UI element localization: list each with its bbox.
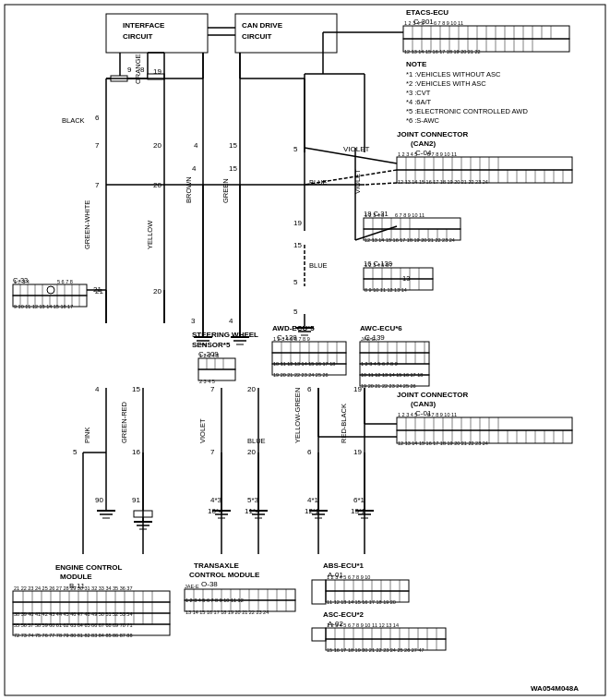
svg-text:16: 16 [132,448,140,456]
svg-text:1 2 3 4 5: 1 2 3 4 5 [404,20,424,26]
svg-text:O-38: O-38 [201,580,218,588]
svg-text:15: 15 [229,141,237,150]
svg-text:5 6 7 8: 5 6 7 8 [57,279,73,284]
svg-text:20: 20 [247,385,256,393]
svg-text:5*3: 5*3 [247,496,259,504]
svg-text:7: 7 [95,141,100,150]
svg-text:*4 :6A/T: *4 :6A/T [406,98,432,106]
svg-text:2 3 4 5: 2 3 4 5 [199,379,215,384]
svg-text:BLUE: BLUE [247,437,266,445]
svg-text:6 7 8 9 10 11: 6 7 8 9 10 11 [427,412,457,417]
svg-text:PINK: PINK [83,427,91,443]
svg-text:7: 7 [95,181,100,189]
svg-text:19 20 21 22 23 24 25 26: 19 20 21 22 23 24 25 26 [361,383,416,389]
svg-text:19: 19 [353,448,362,456]
svg-text:4: 4 [192,164,197,173]
svg-text:7: 7 [210,448,215,456]
svg-text:15: 15 [293,241,302,249]
svg-text:19: 19 [153,67,161,76]
svg-text:15 16 17 18 19 20 21 22 23 24 : 15 16 17 18 19 20 21 22 23 24 25 26 27 4… [327,647,425,653]
svg-text:90: 90 [95,496,103,504]
svg-text:CIRCUIT: CIRCUIT [123,32,153,41]
svg-text:6 7 8 9 10 11: 6 7 8 9 10 11 [395,212,425,218]
svg-text:1 2 3 4 5 6 7 8 9 10 11 12 13 : 1 2 3 4 5 6 7 8 9 10 11 12 13 14 [327,622,399,628]
svg-text:4*1: 4*1 [307,496,319,504]
svg-text:ETACS-ECU: ETACS-ECU [406,8,449,17]
svg-text:ENGINE CONTROL: ENGINE CONTROL [55,563,123,572]
svg-text:*5 :ELECTRONIC CONTROLLED AWD: *5 :ELECTRONIC CONTROLLED AWD [406,107,528,115]
svg-text:5: 5 [293,308,298,316]
svg-text:55 56 57 58 59 60 61 62 63 64 : 55 56 57 58 59 60 61 62 63 64 65 66 67 6… [14,622,132,628]
svg-text:1 2 3 4 5: 1 2 3 4 5 [398,412,417,417]
svg-text:JAE-E: JAE-E [185,584,199,589]
svg-text:15: 15 [229,164,237,173]
svg-text:(CAN2): (CAN2) [411,139,436,148]
svg-text:BLACK: BLACK [62,116,85,125]
svg-text:JOINT CONNECTOR: JOINT CONNECTOR [397,130,468,139]
svg-text:JAE-E...: JAE-E... [361,336,380,342]
svg-text:ORANGE: ORANGE [134,54,142,84]
svg-text:6 7 8 9 10 11: 6 7 8 9 10 11 [427,151,457,157]
svg-text:20: 20 [153,141,161,150]
svg-text:*6 :S-AWC: *6 :S-AWC [406,116,440,125]
svg-text:YELLOW-GREEN: YELLOW-GREEN [293,388,302,443]
svg-text:4*3: 4*3 [210,496,222,504]
svg-text:1 2 3 4 5 6 7 8 9 10: 1 2 3 4 5 6 7 8 9 10 [327,574,370,580]
svg-text:12 13 14 15 16 17 18 19 20 21 : 12 13 14 15 16 17 18 19 20 21 22 23 24 [398,179,488,185]
svg-text:1 7 3 4: 1 7 3 4 [14,279,30,284]
svg-text:9 10 11 12 13 14 15 16 17: 9 10 11 12 13 14 15 16 17 [14,304,73,309]
svg-text:6: 6 [95,114,100,122]
svg-text:13: 13 [402,274,410,283]
svg-text:20: 20 [153,287,161,296]
svg-text:21 22 23 24 25 26 27 28 29 30 : 21 22 23 24 25 26 27 28 29 30 31 32 33 3… [14,585,132,591]
svg-text:4: 4 [95,385,100,393]
svg-text:AWC-ECU*6: AWC-ECU*6 [360,324,402,332]
svg-text:12 13 14 15 16 17 18 19 20 21 : 12 13 14 15 16 17 18 19 20 21 22 23 24 [365,237,455,243]
svg-text:VIOLET: VIOLET [198,418,207,443]
svg-text:MODULE: MODULE [60,573,92,581]
svg-text:11 12 13 14 15 16 17 18 19 20: 11 12 13 14 15 16 17 18 19 20 [327,599,396,605]
svg-text:13 14 15 16 17 18 19 20 21 22 : 13 14 15 16 17 18 19 20 21 22 23 24 [185,609,269,615]
svg-text:12 13 14 15 16 17 18 19 20 21 : 12 13 14 15 16 17 18 19 20 21 22 23 24 [398,441,488,446]
svg-text:38 39 40 41 42 43 44 45 46 47 : 38 39 40 41 42 43 44 45 46 47 48 49 50 5… [14,611,132,617]
svg-text:ASC-ECU*2: ASC-ECU*2 [323,610,365,619]
svg-text:*2 :VEHICLES WITH ASC: *2 :VEHICLES WITH ASC [406,79,486,88]
svg-text:9: 9 [127,66,132,74]
svg-text:12 13 14 15 16 17 18 19 20 21 : 12 13 14 15 16 17 18 19 20 21 22 [404,49,481,54]
svg-text:GREEN-RED: GREEN-RED [120,401,128,443]
svg-text:21: 21 [95,287,103,296]
svg-text:1 2 3 4 5: 1 2 3 4 5 [365,212,384,218]
svg-text:1 2 3 4 5 6 7 8 9: 1 2 3 4 5 6 7 8 9 [273,336,310,342]
svg-text:BROWN: BROWN [185,176,193,203]
svg-text:19 20 21 22 23 24 25 26: 19 20 21 22 23 24 25 26 [273,372,329,378]
svg-text:20: 20 [247,448,256,456]
svg-text:SENSOR*5: SENSOR*5 [192,341,231,349]
svg-text:6: 6 [307,448,312,456]
svg-text:7: 7 [210,385,215,393]
svg-text:GREEN: GREEN [221,178,230,203]
svg-text:BLUE: BLUE [309,261,328,270]
svg-text:CIRCUIT: CIRCUIT [242,32,272,41]
svg-text:1 2 3 4 5: 1 2 3 4 5 [398,151,417,157]
svg-text:72 73 74 75 76 77 78 79 80 81 : 72 73 74 75 76 77 78 79 80 81 82 83 84 8… [14,633,132,638]
svg-text:WA054M048A: WA054M048A [531,684,579,693]
svg-text:15: 15 [132,385,140,393]
svg-text:CONTROL MODULE: CONTROL MODULE [189,571,260,579]
svg-text:*1 :VEHICLES WITHOUT ASC: *1 :VEHICLES WITHOUT ASC [406,70,501,78]
svg-text:YELLOW: YELLOW [146,220,154,249]
wiring-diagram: INTERFACE CIRCUIT CAN DRIVE CIRCUIT ETAC… [0,0,610,700]
svg-text:TRANSAXLE: TRANSAXLE [194,561,240,570]
svg-text:5: 5 [293,145,298,153]
svg-text:3: 3 [191,317,196,325]
svg-text:19: 19 [293,219,302,227]
svg-text:5: 5 [293,278,298,286]
svg-text:INTERFACE: INTERFACE [123,21,165,30]
svg-text:VIOLET: VIOLET [353,169,362,194]
svg-text:1 2 3 4 5: 1 2 3 4 5 [199,353,219,358]
svg-text:6 7 8 9 10 11: 6 7 8 9 10 11 [434,20,463,26]
svg-text:19: 19 [353,385,362,393]
svg-text:6*1: 6*1 [353,496,365,504]
svg-text:GREEN-WHITE: GREEN-WHITE [83,200,91,249]
svg-text:6: 6 [307,385,312,393]
svg-text:4: 4 [229,317,233,325]
